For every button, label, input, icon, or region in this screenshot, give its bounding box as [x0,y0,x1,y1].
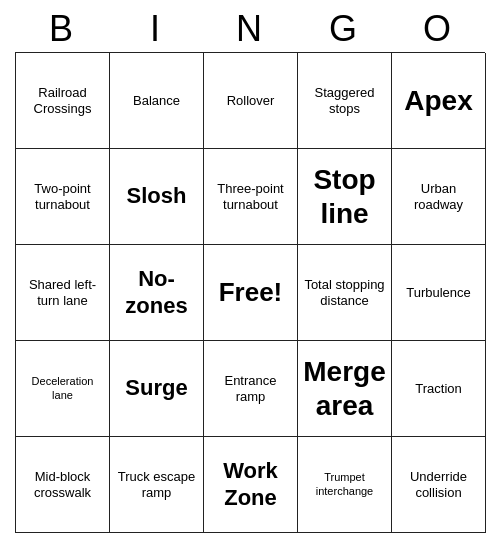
bingo-cell-24: Underride collision [392,437,486,533]
bingo-cell-9: Urban roadway [392,149,486,245]
bingo-cell-11: No-zones [110,245,204,341]
header-g: G [297,8,391,50]
header-n: N [203,8,297,50]
bingo-cell-13: Total stopping distance [298,245,392,341]
bingo-cell-14: Turbulence [392,245,486,341]
bingo-cell-23: Trumpet interchange [298,437,392,533]
bingo-cell-16: Surge [110,341,204,437]
bingo-header: B I N G O [15,8,485,50]
bingo-cell-5: Two-point turnabout [16,149,110,245]
bingo-cell-19: Traction [392,341,486,437]
bingo-cell-12: Free! [204,245,298,341]
bingo-cell-2: Rollover [204,53,298,149]
header-o: O [391,8,485,50]
bingo-cell-7: Three-point turnabout [204,149,298,245]
bingo-cell-10: Shared left-turn lane [16,245,110,341]
bingo-cell-1: Balance [110,53,204,149]
bingo-cell-15: Deceleration lane [16,341,110,437]
bingo-cell-22: Work Zone [204,437,298,533]
bingo-grid: Railroad CrossingsBalanceRolloverStagger… [15,52,485,533]
bingo-cell-6: Slosh [110,149,204,245]
bingo-cell-8: Stop line [298,149,392,245]
bingo-cell-4: Apex [392,53,486,149]
bingo-cell-21: Truck escape ramp [110,437,204,533]
bingo-cell-20: Mid-block crosswalk [16,437,110,533]
bingo-cell-0: Railroad Crossings [16,53,110,149]
bingo-cell-17: Entrance ramp [204,341,298,437]
header-b: B [15,8,109,50]
header-i: I [109,8,203,50]
bingo-cell-3: Staggered stops [298,53,392,149]
bingo-cell-18: Merge area [298,341,392,437]
